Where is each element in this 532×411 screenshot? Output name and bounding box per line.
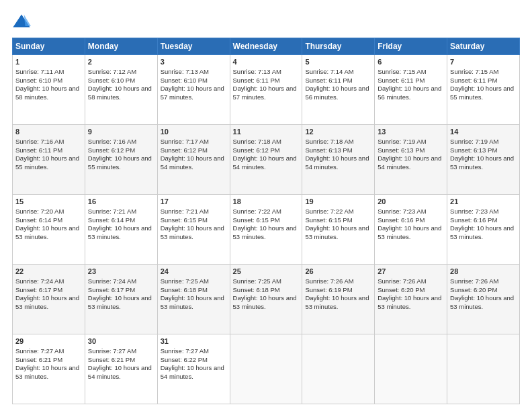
day-number: 7 xyxy=(450,57,517,67)
day-number: 29 xyxy=(15,336,82,347)
calendar-cell: 1Sunrise: 7:11 AMSunset: 6:10 PMDaylight… xyxy=(13,55,85,125)
calendar-cell xyxy=(447,334,520,404)
day-number: 15 xyxy=(15,197,82,207)
sunset-label: Sunset: 6:16 PM xyxy=(450,216,497,224)
day-number: 20 xyxy=(378,197,444,207)
sunset-label: Sunset: 6:11 PM xyxy=(305,77,352,84)
sunrise-label: Sunrise: 7:22 AM xyxy=(233,208,281,215)
day-number: 3 xyxy=(161,57,227,67)
sunrise-label: Sunrise: 7:11 AM xyxy=(15,68,64,75)
calendar-cell: 17Sunrise: 7:21 AMSunset: 6:15 PMDayligh… xyxy=(157,195,230,265)
sunrise-label: Sunrise: 7:21 AM xyxy=(161,208,209,215)
weekday-header-sunday: Sunday xyxy=(13,38,85,55)
sunrise-label: Sunrise: 7:25 AM xyxy=(233,277,281,285)
sunset-label: Sunset: 6:11 PM xyxy=(450,77,497,84)
daylight-label: Daylight: 10 hours and 53 minutes. xyxy=(161,224,224,240)
day-number: 26 xyxy=(305,267,371,277)
sunset-label: Sunset: 6:14 PM xyxy=(15,216,62,224)
logo xyxy=(12,12,34,31)
daylight-label: Daylight: 10 hours and 58 minutes. xyxy=(15,85,79,101)
daylight-label: Daylight: 10 hours and 54 minutes. xyxy=(161,154,224,171)
daylight-label: Daylight: 10 hours and 53 minutes. xyxy=(305,224,369,240)
sunrise-label: Sunrise: 7:19 AM xyxy=(378,138,426,145)
day-number: 25 xyxy=(233,267,300,277)
sunrise-label: Sunrise: 7:23 AM xyxy=(378,208,426,215)
daylight-label: Daylight: 10 hours and 53 minutes. xyxy=(233,224,297,240)
calendar-cell: 8Sunrise: 7:16 AMSunset: 6:11 PMDaylight… xyxy=(13,125,85,195)
day-number: 1 xyxy=(15,57,82,67)
sunrise-label: Sunrise: 7:23 AM xyxy=(450,208,498,215)
sunrise-label: Sunrise: 7:26 AM xyxy=(450,277,498,285)
calendar-cell: 26Sunrise: 7:26 AMSunset: 6:19 PMDayligh… xyxy=(302,265,375,334)
daylight-label: Daylight: 10 hours and 53 minutes. xyxy=(88,294,152,310)
sunrise-label: Sunrise: 7:20 AM xyxy=(15,208,64,215)
daylight-label: Daylight: 10 hours and 57 minutes. xyxy=(161,85,224,101)
sunset-label: Sunset: 6:10 PM xyxy=(88,77,135,84)
header xyxy=(12,12,520,31)
sunset-label: Sunset: 6:20 PM xyxy=(378,286,425,293)
calendar-cell: 9Sunrise: 7:16 AMSunset: 6:12 PMDaylight… xyxy=(85,125,157,195)
daylight-label: Daylight: 10 hours and 53 minutes. xyxy=(161,294,224,310)
daylight-label: Daylight: 10 hours and 53 minutes. xyxy=(450,154,514,171)
daylight-label: Daylight: 10 hours and 54 minutes. xyxy=(378,154,441,171)
calendar-table: SundayMondayTuesdayWednesdayThursdayFrid… xyxy=(12,38,520,404)
calendar-week-4: 22Sunrise: 7:24 AMSunset: 6:17 PMDayligh… xyxy=(13,265,520,334)
day-number: 5 xyxy=(305,57,371,67)
daylight-label: Daylight: 10 hours and 57 minutes. xyxy=(233,85,297,101)
calendar-cell: 24Sunrise: 7:25 AMSunset: 6:18 PMDayligh… xyxy=(157,265,230,334)
daylight-label: Daylight: 10 hours and 53 minutes. xyxy=(15,364,79,380)
logo-icon xyxy=(12,12,31,31)
calendar-cell: 5Sunrise: 7:14 AMSunset: 6:11 PMDaylight… xyxy=(302,55,375,125)
sunset-label: Sunset: 6:17 PM xyxy=(88,286,135,293)
day-number: 22 xyxy=(15,267,82,277)
weekday-header-saturday: Saturday xyxy=(447,38,520,55)
sunrise-label: Sunrise: 7:14 AM xyxy=(305,68,353,75)
sunrise-label: Sunrise: 7:27 AM xyxy=(15,347,64,355)
calendar-cell: 14Sunrise: 7:19 AMSunset: 6:13 PMDayligh… xyxy=(447,125,520,195)
sunrise-label: Sunrise: 7:22 AM xyxy=(305,208,353,215)
sunset-label: Sunset: 6:13 PM xyxy=(378,146,425,154)
day-number: 8 xyxy=(15,127,82,137)
calendar-week-1: 1Sunrise: 7:11 AMSunset: 6:10 PMDaylight… xyxy=(13,55,520,125)
day-number: 4 xyxy=(233,57,300,67)
daylight-label: Daylight: 10 hours and 56 minutes. xyxy=(305,85,369,101)
daylight-label: Daylight: 10 hours and 55 minutes. xyxy=(15,154,79,171)
daylight-label: Daylight: 10 hours and 53 minutes. xyxy=(233,294,297,310)
sunrise-label: Sunrise: 7:15 AM xyxy=(450,68,498,75)
sunrise-label: Sunrise: 7:19 AM xyxy=(450,138,498,145)
sunset-label: Sunset: 6:11 PM xyxy=(233,77,280,84)
sunset-label: Sunset: 6:13 PM xyxy=(305,146,352,154)
sunset-label: Sunset: 6:19 PM xyxy=(305,286,352,293)
calendar-week-2: 8Sunrise: 7:16 AMSunset: 6:11 PMDaylight… xyxy=(13,125,520,195)
sunset-label: Sunset: 6:16 PM xyxy=(378,216,425,224)
day-number: 12 xyxy=(305,127,371,137)
day-number: 28 xyxy=(450,267,517,277)
day-number: 13 xyxy=(378,127,444,137)
day-number: 18 xyxy=(233,197,300,207)
sunrise-label: Sunrise: 7:13 AM xyxy=(161,68,209,75)
daylight-label: Daylight: 10 hours and 53 minutes. xyxy=(378,294,441,310)
daylight-label: Daylight: 10 hours and 58 minutes. xyxy=(88,85,152,101)
day-number: 9 xyxy=(88,127,154,137)
day-number: 21 xyxy=(450,197,517,207)
calendar-header-row: SundayMondayTuesdayWednesdayThursdayFrid… xyxy=(13,38,520,55)
sunset-label: Sunset: 6:20 PM xyxy=(450,286,497,293)
calendar-week-5: 29Sunrise: 7:27 AMSunset: 6:21 PMDayligh… xyxy=(13,334,520,404)
calendar-cell xyxy=(302,334,375,404)
sunset-label: Sunset: 6:22 PM xyxy=(161,356,208,363)
sunrise-label: Sunrise: 7:25 AM xyxy=(161,277,209,285)
daylight-label: Daylight: 10 hours and 56 minutes. xyxy=(378,85,441,101)
calendar-cell xyxy=(375,334,447,404)
daylight-label: Daylight: 10 hours and 54 minutes. xyxy=(88,364,152,380)
calendar-cell: 18Sunrise: 7:22 AMSunset: 6:15 PMDayligh… xyxy=(230,195,302,265)
day-number: 19 xyxy=(305,197,371,207)
calendar-cell: 25Sunrise: 7:25 AMSunset: 6:18 PMDayligh… xyxy=(230,265,302,334)
calendar-cell: 22Sunrise: 7:24 AMSunset: 6:17 PMDayligh… xyxy=(13,265,85,334)
day-number: 17 xyxy=(161,197,227,207)
calendar-cell: 27Sunrise: 7:26 AMSunset: 6:20 PMDayligh… xyxy=(375,265,447,334)
daylight-label: Daylight: 10 hours and 55 minutes. xyxy=(450,85,514,101)
daylight-label: Daylight: 10 hours and 54 minutes. xyxy=(233,154,297,171)
daylight-label: Daylight: 10 hours and 53 minutes. xyxy=(450,294,514,310)
sunset-label: Sunset: 6:10 PM xyxy=(161,77,208,84)
sunset-label: Sunset: 6:15 PM xyxy=(161,216,208,224)
